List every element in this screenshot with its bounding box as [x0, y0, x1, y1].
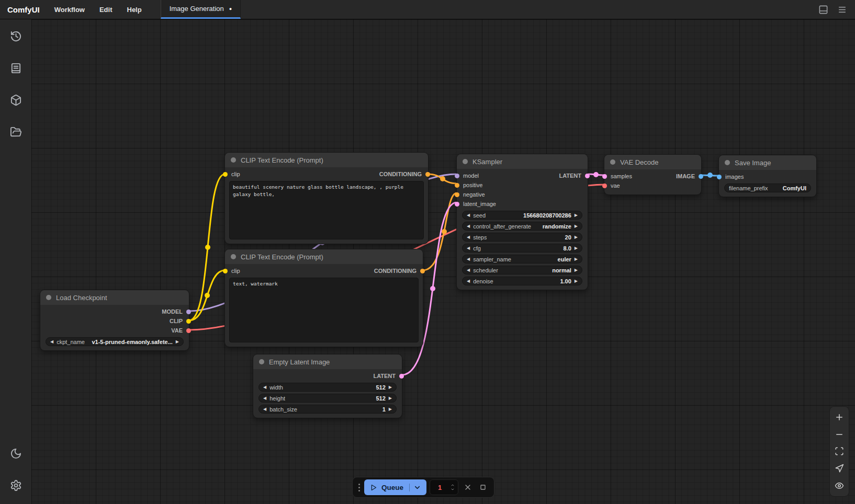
collapse-dot[interactable]: [46, 295, 51, 300]
input-slot-latent-image[interactable]: [455, 202, 459, 207]
widget-increment-arrow[interactable]: ▶: [575, 257, 578, 261]
node-header[interactable]: VAE Decode: [604, 155, 701, 169]
input-slot-images[interactable]: [717, 175, 722, 179]
drag-handle[interactable]: [357, 484, 361, 491]
widget-value[interactable]: ComfyUI: [783, 185, 806, 191]
positive-prompt-textarea[interactable]: beautiful scenery nature glass bottle la…: [229, 181, 424, 239]
collapse-dot[interactable]: [259, 359, 264, 364]
widget-batch-size[interactable]: ◀ batch_size 1 ▶: [258, 405, 397, 414]
link-dot[interactable]: [205, 293, 210, 298]
widget-increment-arrow[interactable]: ▶: [575, 224, 578, 228]
widget-increment-arrow[interactable]: ▶: [575, 235, 578, 239]
widget-increment-arrow[interactable]: ▶: [575, 246, 578, 250]
output-slot-clip[interactable]: [186, 319, 191, 324]
widget-value[interactable]: 8.0: [564, 245, 571, 251]
widget-denoise[interactable]: ◀ denoise 1.00 ▶: [462, 277, 582, 285]
widget-value[interactable]: euler: [558, 256, 571, 262]
widget-decrement-arrow[interactable]: ◀: [467, 257, 470, 261]
output-slot-latent[interactable]: [585, 174, 590, 178]
widget-value[interactable]: normal: [552, 267, 571, 273]
panel-bottom-icon[interactable]: [815, 2, 831, 17]
widget-width[interactable]: ◀ width 512 ▶: [258, 383, 397, 392]
widget-value[interactable]: 512: [376, 384, 385, 391]
output-slot-model[interactable]: [186, 310, 191, 314]
menu-icon[interactable]: [834, 2, 850, 17]
menu-workflow[interactable]: Workflow: [47, 0, 92, 19]
widget-increment-arrow[interactable]: ▶: [389, 385, 392, 390]
widget-decrement-arrow[interactable]: ◀: [467, 235, 470, 239]
widget-value[interactable]: randomize: [543, 223, 571, 230]
widget-value[interactable]: v1-5-pruned-emaonly.safete...: [92, 339, 172, 345]
widget-decrement-arrow[interactable]: ◀: [50, 340, 53, 344]
widget-cfg[interactable]: ◀ cfg 8.0 ▶: [462, 244, 582, 253]
input-slot-vae[interactable]: [602, 184, 607, 188]
widget-decrement-arrow[interactable]: ◀: [467, 279, 470, 283]
node-header[interactable]: KSampler: [457, 154, 588, 169]
collapse-dot[interactable]: [231, 254, 236, 259]
output-slot-conditioning[interactable]: [425, 172, 430, 177]
batch-count-value[interactable]: 1: [430, 484, 450, 491]
widget-increment-arrow[interactable]: ▶: [575, 213, 578, 217]
widget-seed[interactable]: ◀ seed 156680208700286 ▶: [462, 211, 582, 220]
widget-increment-arrow[interactable]: ▶: [575, 268, 578, 272]
node-vae-decode[interactable]: VAE Decode samples IMAGE vae: [604, 155, 701, 194]
widget-steps[interactable]: ◀ steps 20 ▶: [462, 233, 582, 242]
node-empty-latent-image[interactable]: Empty Latent Image LATENT ◀ width 512 ▶ …: [253, 354, 402, 418]
zoom-out-icon[interactable]: [833, 428, 846, 441]
link-dot[interactable]: [593, 172, 599, 177]
node-clip-text-encode-positive[interactable]: CLIP Text Encode (Prompt) clip CONDITION…: [225, 153, 428, 244]
widget-decrement-arrow[interactable]: ◀: [263, 385, 266, 390]
collapse-dot[interactable]: [725, 160, 730, 165]
input-slot-model[interactable]: [455, 174, 459, 178]
input-slot-negative[interactable]: [455, 192, 459, 197]
widget-decrement-arrow[interactable]: ◀: [467, 224, 470, 228]
settings-gear-icon[interactable]: [4, 474, 27, 497]
node-header[interactable]: Save Image: [719, 155, 816, 170]
chevron-up-icon[interactable]: [450, 483, 455, 487]
widget-value[interactable]: 1: [383, 406, 386, 413]
widget-filename-prefix[interactable]: filename_prefix ComfyUI: [724, 184, 811, 192]
batch-count-input[interactable]: 1: [430, 479, 458, 495]
link-dot[interactable]: [442, 229, 447, 234]
widget-value[interactable]: 156680208700286: [523, 212, 571, 219]
pan-mode-icon[interactable]: [833, 462, 846, 475]
widget-value[interactable]: 1.00: [560, 278, 571, 284]
negative-prompt-textarea[interactable]: text, watermark: [229, 278, 419, 342]
workflows-folder-icon[interactable]: [4, 120, 27, 143]
output-slot-image[interactable]: [699, 174, 703, 179]
widget-decrement-arrow[interactable]: ◀: [467, 246, 470, 250]
fit-view-icon[interactable]: [833, 444, 846, 458]
node-header[interactable]: Load Checkpoint: [40, 290, 189, 305]
input-slot-clip[interactable]: [223, 269, 228, 273]
widget-increment-arrow[interactable]: ▶: [176, 340, 179, 344]
widget-value[interactable]: 20: [565, 234, 571, 240]
link-dot[interactable]: [430, 286, 435, 291]
output-slot-latent[interactable]: [399, 374, 404, 379]
zoom-in-icon[interactable]: [833, 410, 846, 424]
menu-edit[interactable]: Edit: [92, 0, 120, 19]
widget-ckpt-name[interactable]: ◀ ckpt_name v1-5-pruned-emaonly.safete..…: [46, 337, 184, 346]
input-slot-clip[interactable]: [223, 172, 228, 177]
node-header[interactable]: Empty Latent Image: [253, 354, 402, 369]
queue-history-icon[interactable]: [4, 25, 27, 48]
node-clip-text-encode-negative[interactable]: CLIP Text Encode (Prompt) clip CONDITION…: [225, 249, 423, 347]
collapse-dot[interactable]: [463, 159, 468, 164]
widget-decrement-arrow[interactable]: ◀: [263, 407, 266, 411]
queue-button[interactable]: Queue: [364, 479, 426, 495]
collapse-dot[interactable]: [231, 157, 236, 163]
input-slot-positive[interactable]: [455, 183, 459, 188]
node-header[interactable]: CLIP Text Encode (Prompt): [225, 249, 423, 264]
widget-control-after-generate[interactable]: ◀ control_after_generate randomize ▶: [462, 222, 582, 231]
link-dot[interactable]: [205, 245, 210, 250]
toggle-link-visibility-eye-icon[interactable]: [833, 479, 846, 492]
widget-sampler-name[interactable]: ◀ sampler_name euler ▶: [462, 255, 582, 264]
model-library-icon[interactable]: [4, 88, 27, 111]
link-dot[interactable]: [440, 176, 445, 181]
widget-value[interactable]: 512: [376, 395, 385, 402]
stop-icon[interactable]: [477, 481, 489, 494]
widget-decrement-arrow[interactable]: ◀: [467, 213, 470, 217]
output-slot-conditioning[interactable]: [420, 269, 425, 273]
node-save-image[interactable]: Save Image images filename_prefix ComfyU…: [719, 155, 816, 197]
theme-toggle-moon-icon[interactable]: [4, 442, 27, 465]
link-dot[interactable]: [707, 173, 713, 178]
